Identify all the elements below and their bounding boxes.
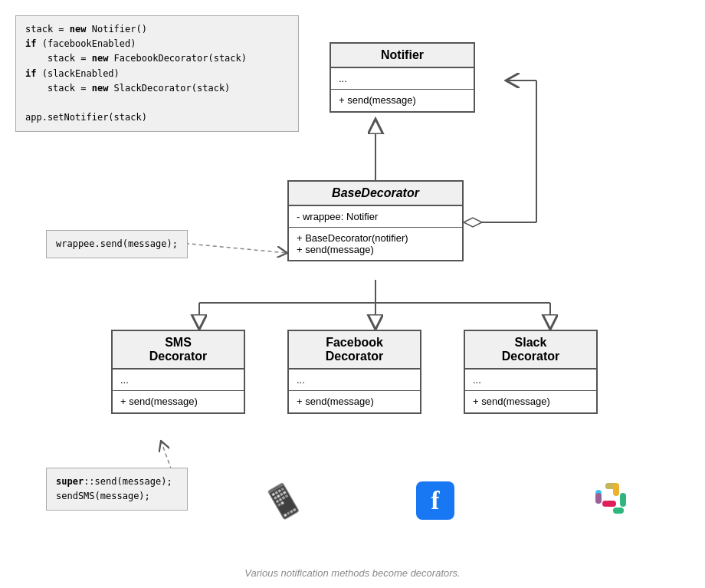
slack-decorator-title: SlackDecorator (465, 331, 596, 370)
slack-icon (592, 479, 630, 517)
super-note-text: super::send(message);sendSMS(message); (56, 476, 172, 501)
diagram-caption: Various notification methods become deco… (244, 567, 460, 579)
svg-point-25 (620, 501, 626, 507)
notifier-box: Notifier ... + send(message) (330, 42, 475, 113)
svg-rect-24 (613, 508, 624, 514)
code-note: stack = new Notifier() if (facebookEnabl… (15, 15, 299, 132)
svg-point-22 (602, 501, 608, 507)
sms-decorator-methods: + send(message) (113, 391, 244, 412)
base-decorator-title: BaseDecorator (289, 182, 462, 206)
diagram-container: Notifier ... + send(message) BaseDecorat… (0, 0, 705, 588)
svg-rect-18 (605, 483, 616, 489)
base-decorator-fields: - wrappee: Notifier (289, 206, 462, 228)
facebook-decorator-title: FacebookDecorator (289, 331, 420, 370)
code-line-4: if (slackEnabled) (25, 68, 120, 79)
svg-point-19 (613, 490, 619, 496)
phone-icon: 📱 (258, 476, 310, 527)
facebook-decorator-box: FacebookDecorator ... + send(message) (287, 330, 421, 414)
slack-decorator-box: SlackDecorator ... + send(message) (464, 330, 598, 414)
svg-marker-5 (464, 218, 482, 227)
code-line-1: stack = new Notifier() (25, 24, 147, 34)
wrappee-note: wrappee.send(message); (46, 230, 188, 258)
slack-decorator-methods: + send(message) (465, 391, 596, 412)
facebook-icon: f (416, 481, 454, 520)
wrappee-note-text: wrappee.send(message); (56, 238, 178, 249)
code-line-6: app.setNotifier(stack) (25, 112, 147, 123)
sms-decorator-fields: ... (113, 370, 244, 391)
slack-decorator-fields: ... (465, 370, 596, 391)
sms-decorator-box: SMSDecorator ... + send(message) (111, 330, 245, 414)
notifier-title: Notifier (331, 44, 474, 68)
svg-rect-21 (595, 493, 602, 504)
super-note: super::send(message);sendSMS(message); (46, 468, 188, 511)
sms-decorator-title: SMSDecorator (113, 331, 244, 370)
code-line-2: if (facebookEnabled) (25, 38, 136, 49)
notifier-methods: + send(message) (331, 90, 474, 111)
facebook-decorator-fields: ... (289, 370, 420, 391)
code-line-3: stack = new FacebookDecorator(stack) (25, 53, 247, 64)
code-line-5: stack = new SlackDecorator(stack) (25, 83, 230, 94)
facebook-decorator-methods: + send(message) (289, 391, 420, 412)
base-decorator-box: BaseDecorator - wrappee: Notifier + Base… (287, 180, 464, 261)
base-decorator-methods: + BaseDecorator(notifier) + send(message… (289, 228, 462, 260)
notifier-fields: ... (331, 68, 474, 90)
